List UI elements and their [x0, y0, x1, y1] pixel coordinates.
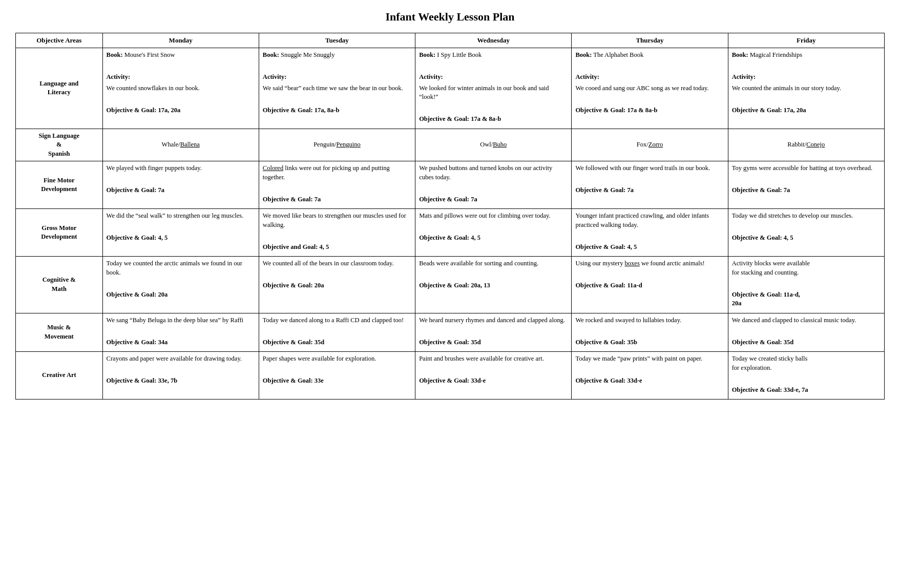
tuesday-cognitive-cell: We counted all of the bears in our class… [259, 257, 415, 313]
header-monday: Monday [102, 33, 259, 48]
thursday-cell-6: Today we made “paw prints” with paint on… [572, 352, 728, 400]
tuesday-finemotor-cell: Colored links were out for picking up an… [259, 161, 415, 209]
thursday-cell-5: We rocked and swayed to lullabies today.… [572, 313, 728, 352]
wednesday-cell-6: Paint and brushes were available for cre… [415, 352, 572, 400]
wednesday-lang-cell: Book: I Spy Little Book Activity:We look… [415, 48, 572, 129]
area-cell-3: Gross MotorDevelopment [16, 209, 103, 257]
thursday-cognitive-cell: Using our mystery boxes we found arctic … [572, 257, 728, 313]
header-tuesday: Tuesday [259, 33, 415, 48]
monday-cell-5: We sang “Baby Beluga in the deep blue se… [102, 313, 259, 352]
monday-sign-cell-1: Whale/Ballena [102, 129, 259, 161]
friday-finemotor-cell: Toy gyms were accessible for batting at … [728, 161, 884, 209]
area-cell-6: Creative Art [16, 352, 103, 400]
tuesday-lang-cell: Book: Snuggle Me Snuggly Activity:We sai… [259, 48, 415, 129]
friday-cognitive-cell: Activity blocks were availablefor stacki… [728, 257, 884, 313]
area-cell-4: Cognitive &Math [16, 257, 103, 313]
friday-cell-6: Today we created sticky ballsfor explora… [728, 352, 884, 400]
area-cell-0: Language andLiteracy [16, 48, 103, 129]
tuesday-cell-3: We moved like bears to strengthen our mu… [259, 209, 415, 257]
area-cell-5: Music &Movement [16, 313, 103, 352]
tuesday-sign-cell-1: Penguin/Penguino [259, 129, 415, 161]
wednesday-sign-cell-1: Owl/Buho [415, 129, 572, 161]
monday-cell-3: We did the “seal walk” to strengthen our… [102, 209, 259, 257]
friday-lang-cell: Book: Magical Friendships Activity:We co… [728, 48, 884, 129]
thursday-lang-cell: Book: The Alphabet Book Activity:We cooe… [572, 48, 728, 129]
lesson-plan-table: Objective Areas Monday Tuesday Wednesday… [15, 33, 885, 400]
friday-cell-3: Today we did stretches to develop our mu… [728, 209, 884, 257]
wednesday-cell-3: Mats and pillows were out for climbing o… [415, 209, 572, 257]
wednesday-cognitive-cell: Beads were available for sorting and cou… [415, 257, 572, 313]
area-cell-2: Fine MotorDevelopment [16, 161, 103, 209]
thursday-sign-cell-1: Fox/Zorro [572, 129, 728, 161]
tuesday-cell-6: Paper shapes were available for explorat… [259, 352, 415, 400]
header-area: Objective Areas [16, 33, 103, 48]
header-friday: Friday [728, 33, 884, 48]
monday-lang-cell: Book: Mouse's First Snow Activity:We cou… [102, 48, 259, 129]
area-cell-1: Sign Language&Spanish [16, 129, 103, 161]
monday-finemotor-cell: We played with finger puppets today. Obj… [102, 161, 259, 209]
monday-cell-6: Crayons and paper were available for dra… [102, 352, 259, 400]
wednesday-cell-5: We heard nursery rhymes and danced and c… [415, 313, 572, 352]
friday-cell-5: We danced and clapped to classical music… [728, 313, 884, 352]
thursday-cell-3: Younger infant practiced crawling, and o… [572, 209, 728, 257]
monday-cognitive-cell: Today we counted the arctic animals we f… [102, 257, 259, 313]
wednesday-finemotor-cell: We pushed buttons and turned knobs on ou… [415, 161, 572, 209]
page-title: Infant Weekly Lesson Plan [15, 10, 885, 24]
thursday-finemotor-cell: We followed with our finger word trails … [572, 161, 728, 209]
tuesday-cell-5: Today we danced along to a Raffi CD and … [259, 313, 415, 352]
header-wednesday: Wednesday [415, 33, 572, 48]
friday-sign-cell-1: Rabbit/Conejo [728, 129, 884, 161]
header-thursday: Thursday [572, 33, 728, 48]
